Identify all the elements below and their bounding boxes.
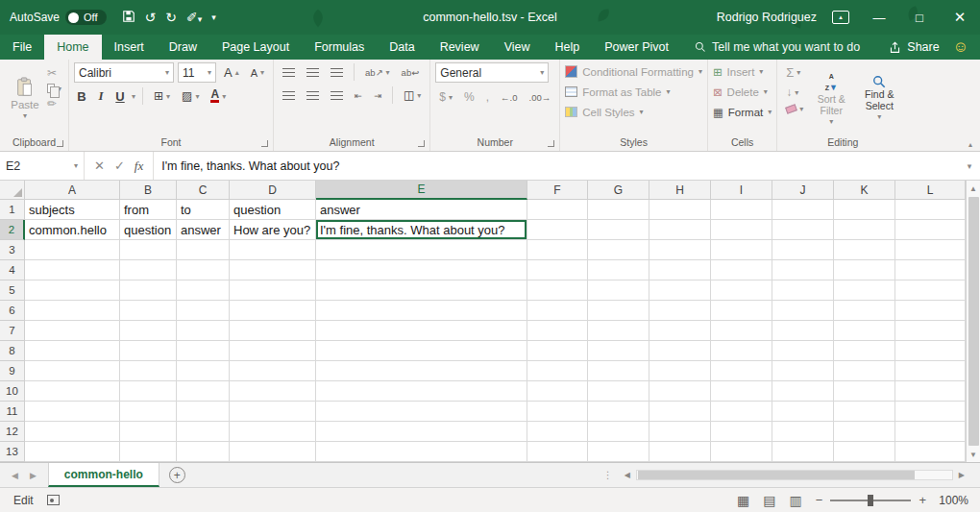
cell-K10[interactable] <box>834 381 895 402</box>
cell-C3[interactable] <box>177 240 230 260</box>
align-bottom-button[interactable] <box>327 66 347 79</box>
decrease-decimal-button[interactable]: .00→ <box>526 90 555 105</box>
user-name[interactable]: Rodrigo Rodriguez <box>717 11 817 24</box>
pen-mode-icon[interactable]: ✐▾ <box>186 10 202 25</box>
cell-D5[interactable] <box>230 280 316 301</box>
vertical-scroll-thumb[interactable] <box>968 197 979 446</box>
maximize-button[interactable]: □ <box>899 0 940 35</box>
cell-J9[interactable] <box>772 361 834 381</box>
cell-G10[interactable] <box>588 381 649 402</box>
font-dialog-launcher[interactable] <box>261 140 268 147</box>
cell-D1[interactable]: question <box>230 200 316 220</box>
cell-G8[interactable] <box>588 341 649 361</box>
customize-qat-icon[interactable]: ▾ <box>211 12 216 22</box>
cell-B3[interactable] <box>120 240 177 260</box>
cell-J11[interactable] <box>772 402 834 422</box>
cell-G12[interactable] <box>588 422 649 442</box>
cell-I13[interactable] <box>711 442 772 462</box>
new-sheet-button[interactable]: + <box>169 467 185 483</box>
cell-C1[interactable]: to <box>177 200 230 220</box>
cell-A1[interactable]: subjects <box>25 200 120 220</box>
accounting-format-button[interactable]: $▾ <box>435 88 456 106</box>
cell-D4[interactable] <box>230 260 316 280</box>
column-header-I[interactable]: I <box>711 181 772 200</box>
cell-E3[interactable] <box>316 240 527 260</box>
cell-E7[interactable] <box>316 321 527 341</box>
cell-G4[interactable] <box>588 260 649 280</box>
wrap-text-button[interactable]: ab↩ <box>398 65 424 80</box>
cell-G5[interactable] <box>588 280 649 301</box>
cell-E4[interactable] <box>316 260 527 280</box>
next-sheet-icon[interactable]: ▶ <box>30 471 37 480</box>
cell-E12[interactable] <box>316 422 527 442</box>
cell-D6[interactable] <box>230 301 316 321</box>
font-size-combo[interactable]: 11▾ <box>178 62 216 83</box>
row-header-10[interactable]: 10 <box>0 381 25 402</box>
align-left-button[interactable] <box>279 89 299 102</box>
row-header-7[interactable]: 7 <box>0 321 25 341</box>
format-as-table-button[interactable]: Format as Table▾ <box>565 83 702 101</box>
cell-A3[interactable] <box>25 240 120 260</box>
zoom-slider[interactable] <box>830 500 911 501</box>
cell-G3[interactable] <box>588 240 649 260</box>
grow-font-button[interactable]: A▴ <box>220 63 243 82</box>
column-header-K[interactable]: K <box>834 181 895 200</box>
collapse-ribbon-icon[interactable]: ▴ <box>968 140 972 149</box>
cell-F5[interactable] <box>527 280 588 301</box>
cell-A5[interactable] <box>25 280 120 301</box>
cell-H13[interactable] <box>649 442 711 462</box>
cell-A10[interactable] <box>25 381 120 402</box>
cell-L7[interactable] <box>895 321 966 341</box>
tab-file[interactable]: File <box>0 35 44 60</box>
confirm-entry-button[interactable]: ✓ <box>114 158 125 173</box>
cell-H8[interactable] <box>649 341 711 361</box>
cell-J10[interactable] <box>772 381 834 402</box>
normal-view-button[interactable]: ▦ <box>737 493 749 508</box>
cell-B8[interactable] <box>120 341 177 361</box>
cell-D9[interactable] <box>230 361 316 381</box>
row-header-1[interactable]: 1 <box>0 200 25 220</box>
cell-H3[interactable] <box>649 240 711 260</box>
underline-button[interactable]: U <box>112 89 128 104</box>
formula-input[interactable]: I'm fine, thanks. What about you? <box>154 152 959 180</box>
cell-E1[interactable]: answer <box>316 200 527 220</box>
cell-K5[interactable] <box>834 280 895 301</box>
row-header-5[interactable]: 5 <box>0 280 25 301</box>
vertical-scrollbar[interactable]: ▲ ▼ <box>966 181 980 462</box>
cell-K6[interactable] <box>834 301 895 321</box>
sheet-tab-common-hello[interactable]: common-hello <box>48 463 159 487</box>
cell-F7[interactable] <box>527 321 588 341</box>
cell-C8[interactable] <box>177 341 230 361</box>
horizontal-scroll-thumb[interactable] <box>638 471 916 479</box>
cell-J1[interactable] <box>772 200 834 220</box>
cell-B9[interactable] <box>120 361 177 381</box>
row-header-4[interactable]: 4 <box>0 260 25 280</box>
cell-A7[interactable] <box>25 321 120 341</box>
cell-A8[interactable] <box>25 341 120 361</box>
cell-A12[interactable] <box>25 422 120 442</box>
cell-C5[interactable] <box>177 280 230 301</box>
cell-I11[interactable] <box>711 402 772 422</box>
cell-J6[interactable] <box>772 301 834 321</box>
cell-F8[interactable] <box>527 341 588 361</box>
redo-icon[interactable]: ↻ <box>165 10 177 25</box>
cell-styles-button[interactable]: Cell Styles▾ <box>565 103 702 121</box>
cell-J7[interactable] <box>772 321 834 341</box>
cell-H4[interactable] <box>649 260 711 280</box>
cell-K2[interactable] <box>834 220 895 240</box>
select-all-button[interactable] <box>0 181 25 200</box>
cell-L4[interactable] <box>895 260 966 280</box>
tab-view[interactable]: View <box>492 35 543 60</box>
cell-G13[interactable] <box>588 442 649 462</box>
cell-G1[interactable] <box>588 200 649 220</box>
cell-B4[interactable] <box>120 260 177 280</box>
cell-J4[interactable] <box>772 260 834 280</box>
zoom-out-button[interactable]: − <box>816 493 823 507</box>
increase-decimal-button[interactable]: ←.0 <box>497 90 521 105</box>
tab-help[interactable]: Help <box>543 35 593 60</box>
cell-E8[interactable] <box>316 341 527 361</box>
cell-A11[interactable] <box>25 402 120 422</box>
cell-K13[interactable] <box>834 442 895 462</box>
insert-cells-button[interactable]: ⊞Insert▾ <box>713 62 772 81</box>
percent-style-button[interactable]: % <box>460 88 478 106</box>
